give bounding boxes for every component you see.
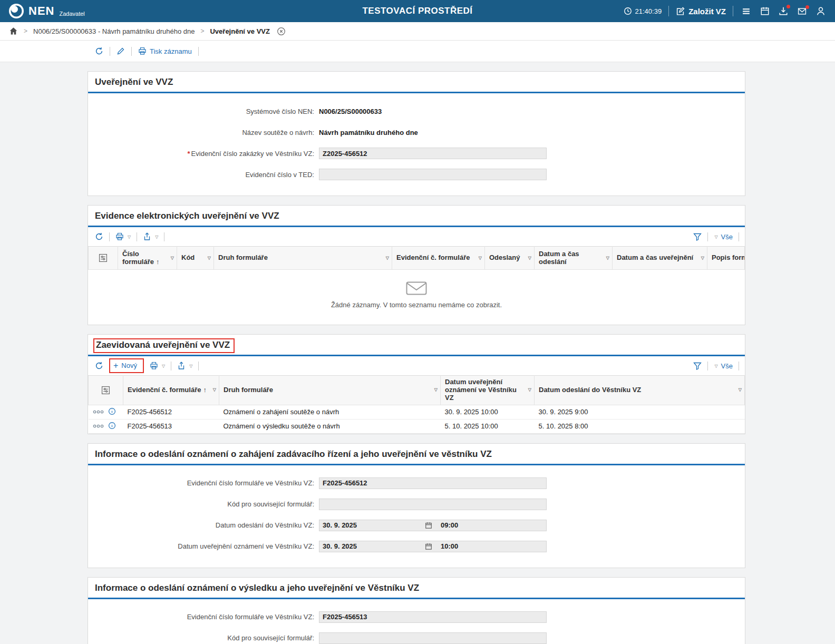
home-button[interactable]: [9, 27, 18, 35]
row-menu-button[interactable]: [93, 422, 104, 430]
filter-caret-icon[interactable]: ▽: [171, 256, 174, 260]
filter-caret-icon[interactable]: ▽: [739, 388, 742, 393]
messages-button[interactable]: [796, 6, 808, 17]
profile-button[interactable]: [815, 5, 827, 17]
table-row[interactable]: F2025-456512 Oznámení o zahájení soutěže…: [89, 405, 745, 419]
row-menu-button[interactable]: [93, 408, 104, 416]
refresh-button[interactable]: [94, 46, 104, 56]
printer-icon: [150, 362, 158, 370]
date-value[interactable]: 30. 9. 2025: [319, 521, 425, 529]
time-value[interactable]: 09:00: [432, 521, 467, 529]
filter-caret-icon[interactable]: ▽: [208, 256, 211, 260]
filter-button[interactable]: [692, 231, 703, 242]
column-header-datum-odeslani-vestnik[interactable]: Datum odeslání do Věstníku VZ▽: [535, 376, 745, 405]
column-header-druh-formulare[interactable]: Druh formuláře▽: [214, 247, 392, 270]
column-header-datum-uverejneni-oznameni[interactable]: Datum uveřejnění oznámení ve Věstníku VZ…: [441, 376, 535, 405]
related-code-input[interactable]: [319, 632, 547, 644]
plus-icon: +: [113, 363, 118, 369]
print-grid-button[interactable]: ▽: [149, 360, 166, 371]
edit-record-button[interactable]: [115, 46, 126, 56]
calendar-picker-icon[interactable]: [425, 543, 432, 550]
filter-caret-icon[interactable]: ▽: [528, 388, 531, 393]
published-datetime-field[interactable]: 30. 9. 2025 10:00: [319, 541, 547, 552]
form-row: Evidenční číslo v TED:: [88, 164, 745, 185]
print-record-button[interactable]: Tisk záznamu: [137, 46, 193, 56]
field-label: Kód pro související formulář:: [88, 500, 319, 508]
print-grid-button[interactable]: ▽: [114, 231, 132, 242]
divider: [137, 232, 137, 241]
field-label: Evidenční číslo v TED:: [88, 171, 319, 179]
divider: [733, 6, 733, 16]
filter-caret-icon[interactable]: ▽: [479, 256, 482, 260]
form-number-input[interactable]: [319, 477, 547, 489]
breadcrumb: > N006/25/S00000633 - Návrh památníku dr…: [0, 22, 835, 41]
filter-caret-icon[interactable]: ▽: [606, 256, 609, 260]
view-all-dropdown[interactable]: ▽ Vše: [713, 232, 734, 242]
form-row: Evidenční číslo formuláře ve Věstníku VZ…: [88, 473, 745, 494]
column-settings-button[interactable]: [89, 376, 123, 405]
close-tab-button[interactable]: [277, 27, 286, 36]
export-grid-button[interactable]: ▽: [176, 360, 193, 371]
column-header-druh-formulare[interactable]: Druh formuláře▽: [219, 376, 441, 405]
calendar-picker-icon[interactable]: [425, 522, 432, 529]
export-grid-button[interactable]: ▽: [142, 231, 159, 242]
home-icon: [9, 27, 18, 35]
row-info-button[interactable]: [108, 407, 116, 417]
column-header-popis-formulare[interactable]: Popis formuláře: [707, 247, 745, 270]
time-value[interactable]: 10:00: [432, 542, 467, 550]
divider: [668, 6, 669, 16]
column-header-cislo-formulare[interactable]: Číslo formuláře↑▽: [118, 247, 177, 270]
view-all-dropdown[interactable]: ▽ Vše: [713, 361, 734, 371]
section-evidence-elektronickych-uverejneni: Evidence elektronických uveřejnění ve VV…: [88, 205, 745, 325]
date-value[interactable]: 30. 9. 2025: [319, 542, 425, 550]
annotation-highlight: + Nový: [109, 358, 144, 373]
divider: [739, 232, 739, 241]
column-header-evidencni-c-formulare[interactable]: Evidenční č. formuláře▽: [392, 247, 485, 270]
row-info-button[interactable]: [108, 422, 116, 431]
refresh-button[interactable]: [94, 231, 104, 242]
downloads-button[interactable]: [778, 5, 789, 17]
nen-logo[interactable]: NEN Zadavatel: [8, 3, 85, 19]
evidence-number-input[interactable]: [319, 148, 547, 159]
filter-caret-icon[interactable]: ▽: [701, 256, 704, 260]
menu-button[interactable]: [740, 6, 752, 17]
empty-message: Žádné záznamy. V tomto seznamu nemáme co…: [88, 301, 745, 309]
column-settings-button[interactable]: [89, 247, 118, 270]
form-number-input[interactable]: [319, 611, 547, 623]
server-time-value: 21:40:39: [635, 7, 662, 15]
cell-form-number: F2025-456513: [123, 419, 219, 433]
refresh-button[interactable]: [94, 360, 104, 371]
row-menu-icon: [93, 409, 104, 414]
divider: [171, 362, 171, 370]
form-row: *Evidenční číslo zakázky ve Věstníku VZ:: [88, 143, 745, 164]
table-row[interactable]: F2025-456513 Oznámení o výsledku soutěže…: [89, 419, 745, 433]
section-title: Informace o odeslání oznámení o zahájení…: [88, 444, 745, 465]
printer-icon: [115, 232, 124, 241]
column-header-datum-odeslani[interactable]: Datum a čas odeslání▽: [535, 247, 613, 270]
create-vz-button[interactable]: Založit VZ: [676, 7, 726, 16]
chevron-right-icon: >: [24, 27, 27, 35]
breadcrumb-procedure[interactable]: N006/25/S00000633 - Návrh památníku druh…: [33, 27, 195, 35]
column-header-evidencni-c-formulare[interactable]: Evidenční č. formuláře↑▽: [123, 376, 219, 405]
related-code-input[interactable]: [319, 499, 547, 510]
cell-published: 30. 9. 2025 10:00: [441, 405, 535, 419]
field-label: Kód pro související formulář:: [88, 634, 319, 642]
filter-caret-icon[interactable]: ▽: [386, 256, 389, 260]
dropdown-caret-icon: ▽: [155, 235, 158, 239]
column-header-kod[interactable]: Kód▽: [177, 247, 214, 270]
sent-datetime-field[interactable]: 30. 9. 2025 09:00: [319, 520, 547, 531]
filter-caret-icon[interactable]: ▽: [434, 388, 438, 393]
calendar-button[interactable]: [759, 5, 771, 17]
field-label: Datum uveřejnění oznámení ve Věstníku VZ…: [88, 542, 319, 550]
export-icon: [177, 362, 186, 370]
filter-caret-icon[interactable]: ▽: [528, 256, 531, 260]
dropdown-caret-icon: ▽: [128, 235, 131, 239]
filter-caret-icon[interactable]: ▽: [213, 388, 216, 393]
column-header-odeslany[interactable]: Odeslaný▽: [485, 247, 535, 270]
column-header-datum-uverejneni[interactable]: Datum a čas uveřejnění▽: [613, 247, 707, 270]
notification-dot: [787, 5, 790, 8]
new-record-button[interactable]: + Nový: [112, 360, 138, 370]
ted-number-input[interactable]: [319, 169, 547, 180]
divider: [739, 362, 739, 370]
filter-button[interactable]: [692, 360, 703, 371]
